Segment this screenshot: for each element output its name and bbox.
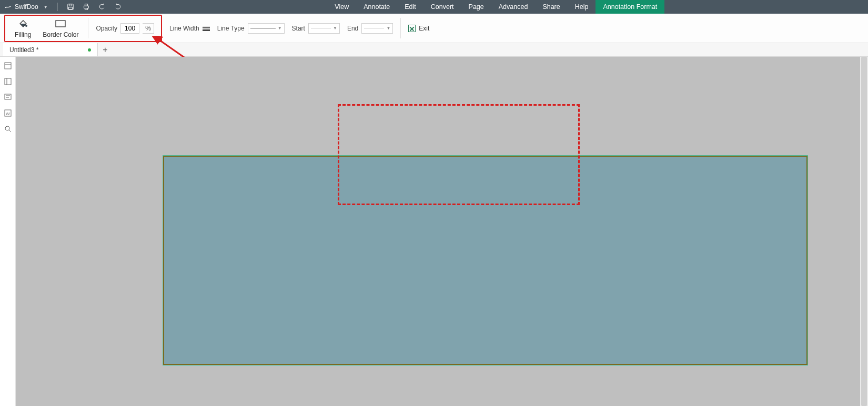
undo-button[interactable] bbox=[96, 0, 108, 14]
line-width-label: Line Width bbox=[169, 25, 199, 32]
vertical-scrollbar[interactable] bbox=[860, 57, 868, 406]
line-type-preview bbox=[250, 28, 276, 28]
app-logo-icon bbox=[4, 3, 12, 11]
border-color-label: Border Color bbox=[43, 31, 78, 38]
opacity-label: Opacity bbox=[96, 25, 117, 32]
title-bar: SwifDoo ▼ View Annotate Edit Convert Pag… bbox=[0, 0, 868, 14]
main-menu: View Annotate Edit Convert Page Advanced… bbox=[124, 0, 868, 14]
menu-annotation-format[interactable]: Annotation Format bbox=[596, 0, 664, 14]
document-tab-strip: Untitled3 * + bbox=[0, 43, 868, 57]
search-panel-button[interactable] bbox=[3, 124, 13, 134]
exit-label: Exit bbox=[419, 25, 429, 32]
app-name: SwifDoo bbox=[15, 3, 38, 11]
svg-rect-9 bbox=[5, 63, 11, 69]
convert-panel-button[interactable]: W bbox=[3, 108, 13, 118]
separator bbox=[57, 3, 58, 11]
app-menu-dropdown-icon[interactable]: ▼ bbox=[44, 5, 48, 9]
ribbon-group-line: Line Width Line Type ▼ Start ▼ End ▼ bbox=[164, 14, 398, 43]
line-width-icon[interactable] bbox=[203, 26, 210, 31]
separator bbox=[400, 18, 401, 38]
bookmarks-panel-button[interactable] bbox=[3, 77, 13, 86]
unsaved-dot-icon bbox=[88, 48, 91, 52]
redo-button[interactable] bbox=[112, 0, 124, 14]
svg-rect-13 bbox=[5, 94, 11, 99]
scrollbar-thumb[interactable] bbox=[861, 57, 867, 406]
menu-advanced[interactable]: Advanced bbox=[491, 0, 536, 14]
menu-share[interactable]: Share bbox=[535, 0, 567, 14]
canvas-area[interactable] bbox=[16, 57, 868, 406]
svg-line-19 bbox=[9, 130, 11, 132]
menu-view[interactable]: View bbox=[327, 0, 356, 14]
line-type-dropdown[interactable]: ▼ bbox=[248, 23, 285, 34]
chevron-down-icon: ▼ bbox=[386, 26, 390, 31]
separator bbox=[162, 18, 162, 38]
border-color-button[interactable]: Border Color bbox=[41, 17, 80, 39]
print-button[interactable] bbox=[80, 0, 93, 14]
svg-rect-7 bbox=[56, 21, 65, 27]
annotation-format-ribbon: Filling Border Color Opacity % Line Widt… bbox=[0, 14, 868, 43]
ribbon-group-exit: Exit bbox=[403, 14, 435, 43]
svg-text:W: W bbox=[6, 111, 10, 116]
line-start-label: Start bbox=[292, 25, 305, 32]
svg-rect-2 bbox=[68, 7, 72, 9]
chevron-down-icon: ▼ bbox=[333, 26, 337, 31]
exit-button[interactable]: Exit bbox=[408, 25, 429, 32]
plus-icon: + bbox=[103, 45, 107, 55]
filling-label: Filling bbox=[15, 31, 31, 38]
ribbon-group-opacity: Opacity % bbox=[90, 14, 159, 43]
document-tab-title: Untitled3 * bbox=[9, 46, 38, 54]
svg-rect-3 bbox=[84, 6, 88, 8]
menu-annotate[interactable]: Annotate bbox=[356, 0, 397, 14]
document-tab[interactable]: Untitled3 * bbox=[3, 43, 98, 56]
selection-rectangle[interactable] bbox=[338, 104, 580, 205]
svg-point-6 bbox=[25, 25, 27, 27]
thumbnails-panel-button[interactable] bbox=[3, 61, 13, 70]
fill-bucket-icon bbox=[18, 18, 28, 29]
line-end-preview bbox=[364, 28, 384, 28]
line-type-label: Line Type bbox=[217, 25, 245, 32]
svg-rect-5 bbox=[85, 8, 87, 10]
opacity-unit: % bbox=[143, 23, 154, 34]
svg-rect-4 bbox=[85, 4, 87, 6]
filling-button[interactable]: Filling bbox=[13, 17, 33, 39]
border-color-icon bbox=[55, 18, 66, 29]
side-rail: W bbox=[0, 57, 16, 406]
ribbon-group-fill: Filling Border Color bbox=[7, 14, 86, 43]
line-start-preview bbox=[311, 28, 331, 28]
title-left: SwifDoo ▼ bbox=[0, 0, 124, 14]
annotations-panel-button[interactable] bbox=[3, 93, 13, 102]
workspace: W bbox=[0, 57, 868, 406]
line-start-dropdown[interactable]: ▼ bbox=[308, 23, 340, 34]
svg-rect-1 bbox=[69, 4, 72, 6]
close-icon bbox=[408, 25, 416, 32]
svg-rect-11 bbox=[5, 78, 11, 85]
chevron-down-icon: ▼ bbox=[278, 26, 282, 31]
separator bbox=[88, 18, 88, 38]
save-button[interactable] bbox=[64, 0, 77, 14]
menu-edit[interactable]: Edit bbox=[397, 0, 423, 14]
menu-convert[interactable]: Convert bbox=[423, 0, 461, 14]
line-end-label: End bbox=[347, 25, 358, 32]
new-tab-button[interactable]: + bbox=[98, 43, 113, 56]
opacity-input[interactable] bbox=[120, 23, 139, 34]
menu-page[interactable]: Page bbox=[461, 0, 491, 14]
svg-point-18 bbox=[5, 126, 9, 130]
menu-help[interactable]: Help bbox=[568, 0, 596, 14]
line-end-dropdown[interactable]: ▼ bbox=[361, 23, 393, 34]
